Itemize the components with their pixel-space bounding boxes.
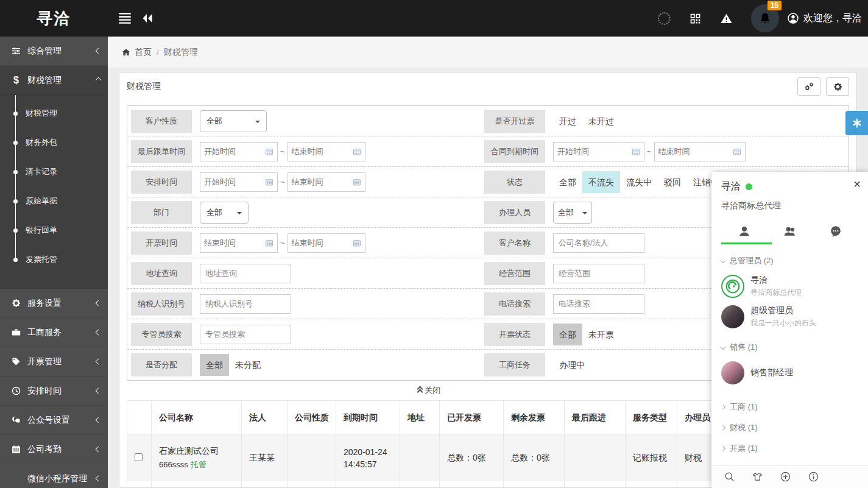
active-tab-underline [721, 242, 772, 244]
chat-bubble-icon [829, 225, 842, 238]
cell-address [400, 435, 440, 481]
submenu-item-card-clear-records[interactable]: 清卡记录 [0, 157, 108, 186]
group-invoicing[interactable]: 开票 (1) [711, 438, 868, 459]
plus-circle-icon[interactable] [780, 471, 791, 483]
calendar-icon [632, 147, 640, 156]
user-menu[interactable]: 欢迎您，寻洽 [786, 12, 862, 25]
invoice-status-option-none[interactable]: 未开票 [582, 324, 620, 345]
sidebar-item-comprehensive[interactable]: 综合管理 [0, 37, 108, 66]
group-business[interactable]: 工商 (1) [711, 397, 868, 417]
welcome-text: 欢迎您，寻洽 [803, 12, 862, 25]
col-service-type: 服务类型 [626, 401, 677, 435]
assigned-option-unassigned[interactable]: 未分配 [229, 354, 267, 376]
double-up-chevron-icon [417, 387, 423, 394]
last-follow-start-input[interactable]: 开始时间 [200, 142, 278, 161]
taxpayer-id-input[interactable] [200, 294, 291, 314]
chevron-left-icon [96, 359, 102, 365]
filter-label-business-task: 工商任务 [484, 353, 545, 377]
breadcrumb-current: 财税管理 [164, 47, 198, 58]
chevron-right-icon [721, 425, 725, 430]
contract-expire-end-input[interactable]: 结束时间 [654, 142, 746, 161]
tab-contacts[interactable] [721, 219, 767, 244]
warning-icon[interactable] [720, 12, 733, 25]
customer-nature-select[interactable]: 全部 [200, 110, 267, 132]
home-icon [121, 48, 131, 57]
breadcrumb: 首页 / 财税管理 [108, 37, 868, 68]
submenu-item-finance-outsourcing[interactable]: 财务外包 [0, 128, 108, 157]
customer-name-input[interactable] [553, 233, 644, 253]
supervisor-search-input[interactable] [200, 325, 291, 344]
calendar-icon [265, 178, 273, 186]
group-finance-tax[interactable]: 财税 (1) [711, 417, 868, 438]
column-settings-button[interactable] [797, 77, 820, 96]
info-circle-icon[interactable] [808, 471, 819, 483]
phone-search-input[interactable] [553, 294, 644, 314]
sidebar-item-business-services[interactable]: 工商服务 [0, 318, 108, 347]
sidebar-item-mini-program[interactable]: 微信小程序管理 [0, 464, 108, 488]
sidebar-item-service-settings[interactable]: 服务设置 [0, 289, 108, 318]
sidebar-item-finance-tax[interactable]: $ 财税管理 [0, 66, 108, 95]
contract-expire-start-input[interactable]: 开始时间 [553, 142, 644, 161]
assigned-option-all[interactable]: 全部 [200, 354, 229, 376]
department-select[interactable]: 全部 [200, 202, 249, 224]
submenu-item-original-documents[interactable]: 原始单据 [0, 186, 108, 216]
notifications-button[interactable]: 15 [751, 4, 779, 32]
tab-groups[interactable] [767, 219, 813, 244]
submenu-item-invoice-custody[interactable]: 发票托管 [0, 245, 108, 274]
submenu-item-finance-tax[interactable]: 财税管理 [0, 99, 108, 128]
invoiced-before-option-no[interactable]: 未开过 [582, 110, 620, 132]
bell-icon [758, 11, 772, 26]
status-option-losing[interactable]: 流失中 [620, 171, 658, 193]
invoice-time-start-input[interactable]: 结束时间 [200, 233, 278, 253]
arrange-start-input[interactable]: 开始时间 [200, 172, 278, 192]
business-scope-input[interactable] [553, 264, 644, 283]
settings-button[interactable] [826, 77, 849, 96]
chevron-up-icon [96, 77, 102, 83]
status-option-not-lost[interactable]: 不流失 [582, 171, 620, 193]
cell-remaining: 总数：0张 [504, 435, 565, 481]
business-task-option-processing[interactable]: 办理中 [553, 354, 591, 376]
filter-label-handler: 办理人员 [484, 201, 545, 224]
tab-messages[interactable] [813, 219, 858, 244]
address-query-input[interactable] [200, 264, 291, 283]
handler-select[interactable]: 全部 [553, 202, 592, 224]
shirt-icon[interactable] [752, 471, 763, 483]
qr-code-icon[interactable] [689, 12, 702, 25]
invoice-status-option-all[interactable]: 全部 [553, 324, 582, 345]
sidebar-item-invoicing[interactable]: 开票管理 [0, 347, 108, 377]
invoice-time-end-input[interactable]: 结束时间 [288, 233, 365, 253]
app-logo[interactable]: 寻洽 [0, 0, 108, 37]
breadcrumb-home[interactable]: 首页 [135, 47, 152, 58]
last-follow-end-input[interactable]: 结束时间 [288, 142, 365, 161]
clock-icon [11, 386, 21, 396]
col-company-nature: 公司性质 [288, 401, 336, 435]
calendar-icon [265, 239, 273, 247]
sidebar-toggle-icon[interactable] [117, 10, 133, 26]
avatar [721, 361, 744, 384]
sidebar-item-attendance[interactable]: 公司考勤 [0, 435, 108, 464]
sidebar-item-schedule[interactable]: 安排时间 [0, 377, 108, 406]
status-option-rejected[interactable]: 驳回 [658, 171, 687, 193]
chat-launcher-button[interactable] [845, 111, 868, 135]
member-sales-manager[interactable]: 销售部经理 [711, 358, 868, 388]
invoiced-before-option-yes[interactable]: 开过 [553, 110, 582, 132]
gear-icon [11, 298, 21, 308]
row-checkbox[interactable] [135, 453, 143, 461]
chevron-left-icon [96, 447, 102, 453]
filter-label-contract-expire: 合同到期时间 [484, 140, 545, 163]
briefcase-icon [11, 327, 21, 338]
close-icon[interactable]: × [853, 178, 861, 190]
double-back-icon[interactable] [140, 11, 155, 26]
chevron-left-icon [96, 417, 102, 423]
member-xunqia[interactable]: 寻洽 寻洽商标总代理 [711, 271, 868, 302]
group-sales[interactable]: 销售 (1) [711, 337, 868, 358]
search-icon[interactable] [724, 471, 735, 483]
submenu-item-bank-receipts[interactable]: 银行回单 [0, 216, 108, 245]
sidebar-item-official-account[interactable]: 公众号设置 [0, 406, 108, 435]
status-option-all[interactable]: 全部 [553, 171, 582, 193]
group-super-admins[interactable]: 总管理员 (2) [711, 250, 868, 271]
member-super-admin[interactable]: 超级管理员 我是一只小小的石头 [711, 302, 868, 332]
collapse-filters-link[interactable]: 关闭 [119, 383, 738, 398]
arrange-end-input[interactable]: 结束时间 [288, 172, 365, 192]
chevron-left-icon [96, 48, 102, 54]
